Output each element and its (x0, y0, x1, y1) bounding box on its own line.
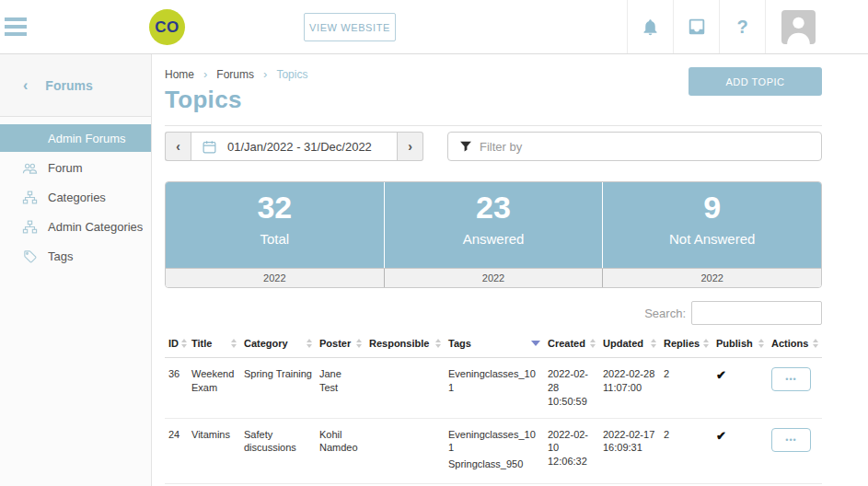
notifications-bell-icon[interactable] (627, 0, 673, 53)
breadcrumb-separator-icon: › (203, 67, 207, 81)
breadcrumb-forums[interactable]: Forums (216, 68, 254, 81)
column-label: Created (548, 338, 585, 349)
date-prev-button[interactable]: ‹ (165, 132, 191, 161)
stat-answered: 23 Answered (384, 182, 603, 268)
column-header-tags[interactable]: Tags (445, 330, 544, 358)
column-label: Actions (771, 338, 808, 349)
cell-created: 2022-02-10 12:06:32 (544, 418, 599, 484)
row-actions-button[interactable]: ••• (771, 428, 811, 452)
filter-funnel-icon (459, 140, 472, 153)
cell-updated: 2022-02-17 16:09:31 (599, 418, 660, 484)
stat-not-answered-label: Not Answered (603, 231, 821, 247)
cell-replies: 2 (660, 358, 712, 419)
cell-replies: 2 (660, 418, 712, 484)
table-row: 36Weekend ExamSpring TrainingJane TestEv… (165, 358, 822, 419)
date-range-display[interactable]: 01/Jan/2022 - 31/Dec/2022 (191, 132, 398, 161)
stat-total-year: 2022 (166, 269, 384, 287)
inbox-messages-icon[interactable] (673, 0, 719, 53)
column-header-actions[interactable]: Actions (768, 330, 822, 358)
column-header-updated[interactable]: Updated (599, 330, 660, 358)
sidebar-item-admin-categories[interactable]: Admin Categories (0, 213, 151, 240)
table-row: 24VitaminsSafety discussionsKohil Namdeo… (165, 418, 822, 484)
app-logo[interactable]: CO (149, 9, 185, 45)
search-label: Search: (644, 307, 686, 320)
sitemap-icon (22, 190, 38, 205)
column-label: Title (191, 338, 212, 349)
hamburger-menu-icon[interactable] (5, 11, 36, 42)
column-header-publish[interactable]: Publish (712, 330, 768, 358)
tag-value: Eveningclasses_101 (448, 367, 540, 395)
add-topic-button[interactable]: ADD TOPIC (689, 67, 822, 96)
sort-arrows-icon (590, 339, 596, 348)
sidebar-item-categories[interactable]: Categories (0, 183, 151, 211)
column-header-category[interactable]: Category (240, 330, 316, 358)
cell-created: 2022-02-28 10:50:59 (544, 358, 599, 419)
filter-input[interactable] (480, 140, 821, 154)
cell-id: 36 (165, 358, 188, 419)
breadcrumb-separator-icon: › (263, 67, 267, 81)
stat-total-value: 32 (166, 191, 384, 225)
cell-title: Weekend Exam (188, 358, 240, 419)
tag-value: Springclass_950 (448, 457, 540, 471)
publish-check-icon: ✔ (716, 368, 726, 382)
help-icon[interactable]: ? (719, 0, 765, 53)
view-website-button[interactable]: VIEW WEBSITE (304, 13, 396, 41)
chevron-left-icon: ‹ (23, 77, 28, 94)
cell-updated: 2022-02-28 11:07:00 (599, 358, 660, 419)
tag-icon (22, 249, 38, 264)
sort-arrows-icon (758, 339, 764, 348)
cell-publish: ✔ (712, 418, 768, 484)
sidebar-item-forum[interactable]: Forum (0, 154, 151, 181)
publish-check-icon: ✔ (716, 429, 726, 443)
search-input[interactable] (691, 301, 822, 325)
sidebar-item-admin-forums[interactable]: Admin Forums (0, 124, 151, 152)
sort-arrows-icon (703, 339, 709, 348)
breadcrumb-topics-current: Topics (276, 68, 307, 81)
cell-category: Safety discussions (240, 418, 316, 484)
column-header-responsible[interactable]: Responsible (365, 330, 445, 358)
table-body: 36Weekend ExamSpring TrainingJane TestEv… (165, 358, 822, 486)
sidebar-item-label: Tags (48, 249, 73, 263)
sort-descending-icon (531, 341, 540, 346)
sidebar-item-label: Categories (48, 191, 106, 204)
sidebar-back-forums[interactable]: ‹ Forums (0, 54, 151, 117)
stat-not-answered: 9 Not Answered (602, 182, 821, 268)
date-next-button[interactable]: › (398, 132, 423, 161)
date-range-picker: ‹ 01/Jan/2022 - 31/Dec/2022 › (165, 132, 423, 161)
row-actions-button[interactable]: ••• (771, 367, 811, 391)
sort-arrows-icon (231, 339, 237, 348)
tag-value: Eveningclasses_101 (448, 428, 540, 456)
sidebar-item-label: Admin Categories (48, 220, 143, 234)
column-header-poster[interactable]: Poster (316, 330, 365, 358)
column-label: Poster (319, 338, 351, 349)
stat-answered-year: 2022 (384, 269, 603, 287)
table-search-row: Search: (165, 301, 822, 325)
stat-total: 32 Total (166, 182, 384, 268)
user-avatar[interactable] (765, 0, 868, 53)
table-header-row: IDTitleCategoryPosterResponsibleTagsCrea… (165, 330, 822, 358)
column-header-title[interactable]: Title (188, 330, 240, 358)
cell-actions: ••• (768, 418, 822, 484)
cell-id: 24 (165, 418, 188, 484)
sort-arrows-icon (813, 339, 818, 348)
sort-arrows-icon (356, 339, 362, 348)
sidebar-item-label: Admin Forums (48, 132, 126, 145)
column-label: Tags (448, 338, 471, 349)
avatar-person-icon (781, 10, 816, 44)
sidebar-back-label: Forums (45, 78, 92, 93)
stat-total-label: Total (166, 231, 384, 247)
column-header-id[interactable]: ID (165, 330, 188, 358)
sort-arrows-icon (651, 339, 656, 348)
cell-responsible (365, 358, 445, 419)
cell-tags: Eveningclasses_101 (445, 358, 544, 419)
sidebar-item-tags[interactable]: Tags (0, 242, 151, 270)
column-header-replies[interactable]: Replies (660, 330, 712, 358)
column-label: ID (168, 338, 179, 349)
cell-actions: ••• (768, 358, 822, 419)
topics-table: IDTitleCategoryPosterResponsibleTagsCrea… (165, 330, 822, 486)
breadcrumb-home[interactable]: Home (165, 68, 194, 81)
column-label: Replies (664, 338, 700, 349)
cell-poster: Kohil Namdeo (316, 418, 365, 484)
main-content: Home › Forums › Topics Topics ADD TOPIC … (152, 54, 868, 486)
column-header-created[interactable]: Created (544, 330, 599, 358)
